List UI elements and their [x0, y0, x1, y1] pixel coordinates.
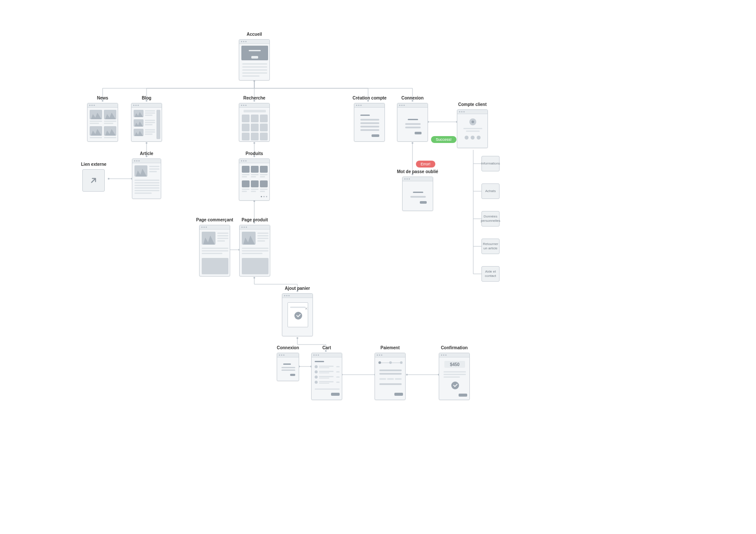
node-mdp-oublie[interactable]: Mot de passe oublié	[397, 169, 438, 211]
wireframe-add-cart-modal	[282, 293, 313, 336]
subpage-informations[interactable]: Informations	[481, 156, 500, 171]
wireframe-cart	[311, 353, 342, 400]
subpage-retourner[interactable]: Retourner un article	[481, 239, 500, 254]
node-cart[interactable]: Cart	[311, 345, 342, 400]
node-page-produit[interactable]: Page produit	[239, 217, 270, 276]
node-label: Produits	[246, 151, 263, 156]
wireframe-forgot-password	[402, 177, 433, 211]
sitemap-diagram: Accueil News Blog Recherche	[0, 0, 756, 534]
wireframe-products	[239, 158, 270, 201]
badge-error: Error!	[416, 161, 435, 168]
wireframe-login	[397, 103, 428, 142]
node-recherche[interactable]: Recherche	[239, 96, 270, 142]
node-label: Connexion	[401, 96, 424, 100]
node-label: Paiement	[381, 345, 400, 350]
subpage-donnees[interactable]: Données personnelles	[481, 211, 500, 227]
node-label: Accueil	[247, 32, 262, 37]
node-accueil[interactable]: Accueil	[239, 32, 270, 81]
wireframe-article	[132, 158, 161, 199]
node-label: Confirmation	[441, 345, 468, 350]
node-label: Page commerçant	[196, 217, 233, 222]
confirmation-amount: $450	[444, 361, 465, 368]
node-label: News	[97, 96, 108, 100]
node-label: Ajout panier	[285, 286, 310, 291]
wireframe-payment	[375, 353, 406, 400]
wireframe-confirmation: $450	[439, 353, 470, 400]
node-paiement[interactable]: Paiement	[375, 345, 406, 400]
svg-point-18	[297, 337, 298, 339]
wireframe-login-small	[277, 353, 299, 381]
node-page-commercant[interactable]: Page commerçant	[196, 217, 233, 276]
node-ajout-panier[interactable]: Ajout panier	[282, 286, 313, 336]
node-creation-compte[interactable]: Création compte	[353, 96, 387, 142]
node-confirmation[interactable]: Confirmation $450	[439, 345, 470, 400]
subpage-label: Informations	[479, 161, 502, 166]
card-external-link	[82, 169, 105, 192]
subpage-label: Aide et contact	[482, 270, 499, 278]
node-blog[interactable]: Blog	[131, 96, 162, 142]
wireframe-merchant	[199, 225, 230, 276]
node-connexion[interactable]: Connexion	[397, 96, 428, 142]
wireframe-blog-list	[131, 103, 162, 142]
node-label: Cart	[322, 345, 331, 350]
badge-success: Success!	[431, 136, 456, 143]
svg-point-8	[108, 178, 109, 180]
node-news[interactable]: News	[87, 96, 118, 142]
node-label: Page produit	[241, 217, 268, 222]
wireframe-grid-images	[87, 103, 118, 142]
node-label: Blog	[142, 96, 151, 100]
node-label: Article	[140, 151, 153, 156]
wireframe-homepage	[239, 39, 270, 81]
node-label: Connexion	[277, 345, 299, 350]
svg-point-10	[253, 142, 255, 144]
node-produits[interactable]: Produits	[239, 151, 270, 201]
subpage-label: Données personnelles	[479, 214, 502, 223]
svg-point-6	[146, 142, 147, 144]
subpage-label: Achats	[484, 189, 497, 193]
svg-point-16	[253, 277, 255, 279]
wireframe-search-grid	[239, 103, 270, 142]
node-label: Lien externe	[81, 162, 106, 167]
external-link-icon	[89, 176, 98, 185]
svg-point-28	[412, 142, 413, 144]
wireframe-product	[239, 225, 270, 276]
node-label: Recherche	[243, 96, 265, 100]
node-label: Mot de passe oublié	[397, 169, 438, 174]
node-label: Création compte	[353, 96, 387, 100]
node-connexion-checkout[interactable]: Connexion	[277, 345, 299, 381]
wireframe-account	[457, 109, 488, 148]
node-label: Compte client	[458, 102, 487, 107]
subpage-label: Retourner un article	[481, 242, 500, 250]
svg-point-24	[406, 374, 408, 376]
node-lien-externe[interactable]: Lien externe	[81, 162, 106, 192]
connector-lines	[0, 0, 756, 534]
wireframe-form	[354, 103, 385, 142]
node-article[interactable]: Article	[132, 151, 161, 199]
node-compte-client[interactable]: Compte client	[457, 102, 488, 148]
subpage-achats[interactable]: Achats	[481, 183, 500, 199]
subpage-aide[interactable]: Aide et contact	[481, 266, 500, 282]
